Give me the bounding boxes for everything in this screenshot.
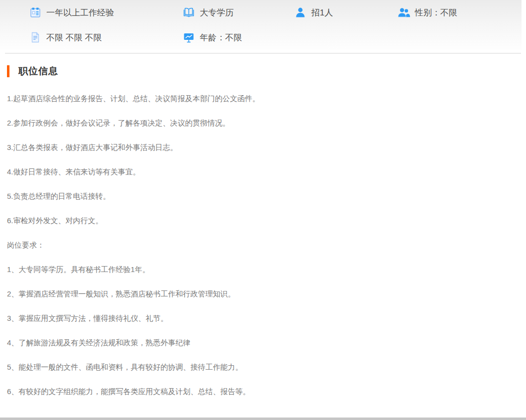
badge-other-requirements-label: 不限 不限 不限 (46, 32, 102, 43)
badge-education-label: 大专学历 (200, 7, 234, 18)
job-description-line: 4.做好日常接待、来信来访等有关事宜。 (7, 167, 514, 177)
job-detail-page: 一年以上工作经验 大专学历 招1人 (0, 0, 526, 420)
bottom-border-bar (0, 418, 526, 420)
badge-gender: 性别：不限 (397, 0, 522, 25)
badge-experience-label: 一年以上工作经验 (46, 7, 114, 18)
section-title: 职位信息 (18, 65, 58, 78)
job-requirements-heading: 岗位要求： (7, 240, 514, 250)
calendar-icon (29, 6, 42, 18)
document-icon (29, 31, 42, 43)
badge-education: 大专学历 (182, 0, 294, 25)
people-icon (397, 6, 410, 18)
job-requirements-strip: 一年以上工作经验 大专学历 招1人 (0, 0, 522, 50)
job-description-line: 3、掌握应用文撰写方法，懂得接待礼仪、礼节。 (7, 313, 514, 323)
job-description-line: 2、掌握酒店经营管理一般知识，熟悉酒店秘书工作和行政管理知识。 (7, 289, 514, 299)
job-description-line: 2.参加行政例会，做好会议记录，了解各项决定、决议的贯彻情况。 (7, 118, 514, 128)
section-header: 职位信息 (7, 65, 526, 78)
job-description-line: 6、有较好的文字组织能力，能撰写各类应用文稿及计划、总结、报告等。 (7, 387, 514, 397)
job-description-line: 1.起草酒店综合性的业务报告、计划、总结、决议简报及本部门的公文函件。 (7, 94, 514, 104)
job-description-line: 5.负责总经理的日常电话接转。 (7, 191, 514, 201)
badge-experience: 一年以上工作经验 (29, 0, 182, 25)
job-description-line: 5、能处理一般的文件、函电和资料，具有较好的协调、接待工作能力。 (7, 362, 514, 372)
book-icon (182, 6, 195, 18)
badge-age-label: 年龄：不限 (200, 32, 242, 43)
person-icon (294, 6, 307, 18)
board-icon (182, 31, 195, 43)
job-description-line: 6.审检对外发文、对内行文。 (7, 216, 514, 226)
job-description-line: 4、了解旅游法规及有关经济法规和政策，熟悉外事纪律 (7, 338, 514, 348)
job-description-line: 1、大专同等学历。具有秘书工作经验1年。 (7, 265, 514, 275)
badge-headcount: 招1人 (294, 0, 397, 25)
badge-headcount-label: 招1人 (311, 7, 333, 18)
section-divider (5, 53, 521, 54)
badge-other-requirements: 不限 不限 不限 (29, 25, 182, 50)
badge-age: 年龄：不限 (182, 25, 294, 50)
badge-gender-label: 性别：不限 (415, 7, 457, 18)
job-description: 1.起草酒店综合性的业务报告、计划、总结、决议简报及本部门的公文函件。 2.参加… (0, 78, 526, 397)
job-description-line: 3.汇总各类报表，做好酒店大事记和外事活动日志。 (7, 142, 514, 152)
orange-accent-bar (7, 65, 9, 77)
